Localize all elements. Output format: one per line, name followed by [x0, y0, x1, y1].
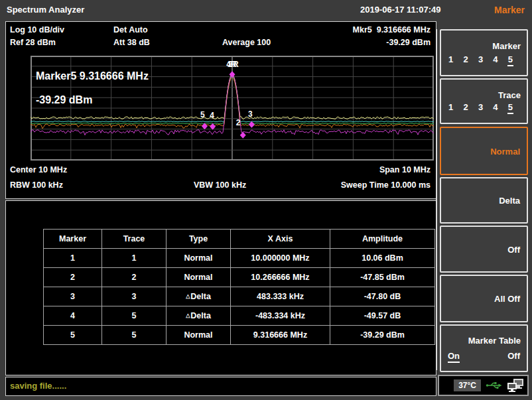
marker-overlay-freq: Marker5 9.316666 MHz: [36, 70, 149, 82]
softkey-delta-label: Delta: [499, 196, 520, 206]
marker-table-cell: 3: [44, 287, 102, 306]
softkey-normal[interactable]: Normal: [440, 127, 528, 175]
marker-table-cell: 5: [44, 326, 102, 345]
trace-option-3[interactable]: 3: [478, 102, 484, 114]
marker-table-cell: 10.266666 MHz: [231, 268, 330, 287]
spectrum-analyzer-screen: Spectrum Analyzer 2019-06-17 11:07:49 Ma…: [0, 0, 532, 400]
sweep-time: Sweep Time 10.000 ms: [341, 180, 431, 190]
attenuation-setting: Att 38 dB: [113, 38, 150, 47]
marker-overlay-amp: -39.29 dBm: [36, 94, 92, 106]
marker-table-header-marker: Marker: [44, 230, 102, 249]
marker-table-row: 11Normal10.000000 MHz10.06 dBm: [44, 249, 435, 268]
trace-option-4[interactable]: 4: [492, 102, 498, 114]
marker-table-cell: -47.85 dBm: [330, 268, 435, 287]
marker-option-1[interactable]: 1: [448, 54, 454, 66]
trace-number-row: 12345: [448, 102, 513, 114]
marker-table-cell: 2: [44, 268, 102, 287]
softkey-trace-select[interactable]: Trace 12345: [440, 78, 528, 124]
softkey-normal-label: Normal: [490, 146, 520, 156]
datetime: 2019-06-17 11:07:49: [360, 5, 440, 15]
marker-table-off-option[interactable]: Off: [507, 351, 520, 363]
marker-readout: Mkr5 9.316666 MHz: [353, 25, 431, 34]
marker-option-4[interactable]: 4: [492, 54, 498, 66]
marker-number-row: 12345: [448, 54, 513, 66]
span: Span 10 MHz: [379, 165, 431, 174]
marker-table-cell: 10.06 dBm: [330, 249, 435, 268]
softkey-marker-table[interactable]: Marker Table On Off: [440, 324, 528, 372]
marker-table-toggle-row: On Off: [448, 351, 520, 363]
status-message: saving file......: [10, 381, 66, 391]
marker-label: 5: [200, 110, 205, 119]
marker-table-cell: △Delta: [166, 287, 231, 306]
marker-table-cell: 1: [44, 249, 102, 268]
marker-table-row: 22Normal10.266666 MHz-47.85 dBm: [44, 268, 435, 287]
system-status-box: 37°C: [438, 375, 529, 396]
softkey-all-off-label: All Off: [494, 294, 520, 304]
marker-table-cell: 5: [102, 306, 166, 326]
marker-table: MarkerTraceTypeX AxisAmplitude11Normal10…: [43, 229, 435, 345]
marker-table-cell: -47.80 dB: [330, 287, 435, 306]
marker-table-cell: 9.316666 MHz: [231, 326, 330, 345]
center-frequency: Center 10 MHz: [10, 165, 67, 174]
marker-table-cell: Normal: [166, 326, 231, 345]
marker-table-header-amplitude: Amplitude: [330, 230, 435, 249]
spectrum-chart: Marker5 9.316666 MHz -39.29 dBm 4R3R1234…: [31, 56, 434, 161]
temperature-badge: 37°C: [454, 379, 481, 391]
softkey-marker-select[interactable]: Marker 12345: [440, 29, 528, 76]
marker-label: 3: [248, 109, 253, 119]
detector-setting: Det Auto: [113, 25, 148, 34]
softkey-delta[interactable]: Delta: [440, 177, 528, 224]
average-setting: Average 100: [222, 38, 271, 47]
marker-diamond: [240, 132, 246, 139]
marker-table-header-trace: Trace: [102, 230, 166, 249]
marker-table-cell: 1: [102, 249, 166, 268]
marker-table-header-row: MarkerTraceTypeX AxisAmplitude: [44, 230, 435, 249]
softkey-off-label: Off: [507, 244, 520, 254]
marker-table-row: 55Normal9.316666 MHz-39.29 dBm: [44, 326, 435, 345]
softkey-all-off[interactable]: All Off: [440, 275, 528, 322]
scale-setting: Log 10 dB/div: [10, 25, 64, 34]
status-bar: saving file......: [5, 377, 436, 396]
marker-table-header-x-axis: X Axis: [231, 230, 330, 249]
vbw: VBW 100 kHz: [194, 180, 246, 190]
marker-table-cell: -49.57 dB: [330, 306, 435, 326]
marker-option-5[interactable]: 5: [507, 54, 513, 66]
rbw: RBW 100 kHz: [10, 180, 63, 190]
marker-table-on-option[interactable]: On: [448, 351, 460, 363]
marker-table-row: 33△Delta483.333 kHz-47.80 dB: [44, 287, 435, 306]
softkey-marker-table-title: Marker Table: [468, 336, 521, 346]
marker-table-cell: 10.000000 MHz: [231, 249, 330, 268]
marker-option-3[interactable]: 3: [478, 54, 484, 66]
marker-table-cell: -483.334 kHz: [231, 306, 330, 326]
marker-table-cell: Normal: [166, 268, 231, 287]
trace-option-1[interactable]: 1: [448, 102, 454, 114]
active-menu-title: Marker: [494, 5, 525, 15]
softkey-off[interactable]: Off: [440, 226, 528, 273]
marker-table-cell: Normal: [166, 249, 231, 268]
marker-table-cell: 3: [102, 287, 166, 306]
usb-icon: [486, 381, 502, 390]
amplitude-readout: -39.29 dBm: [386, 38, 431, 47]
softkey-marker-title: Marker: [492, 41, 521, 51]
marker-option-2[interactable]: 2: [462, 54, 468, 66]
measurement-panel: Log 10 dB/div Det Auto Mkr5 9.316666 MHz…: [5, 21, 436, 199]
marker-label: 4: [210, 111, 214, 120]
marker-table-cell: -39.29 dBm: [330, 326, 435, 345]
app-title: Spectrum Analyzer: [7, 5, 84, 15]
sidebar-divider: [436, 29, 437, 370]
trace-option-5[interactable]: 5: [507, 102, 513, 114]
marker-table-cell: 4: [44, 306, 102, 326]
marker-diamond: [249, 121, 255, 128]
marker-table-row: 45△Delta-483.334 kHz-49.57 dB: [44, 306, 435, 326]
marker-table-header-type: Type: [166, 230, 231, 249]
trace-option-2[interactable]: 2: [462, 102, 468, 114]
marker-table-panel: MarkerTraceTypeX AxisAmplitude11Normal10…: [5, 200, 436, 375]
marker-table-cell: 2: [102, 268, 166, 287]
marker-table-cell: △Delta: [166, 306, 231, 326]
softkey-trace-title: Trace: [498, 90, 521, 100]
network-computers-icon: [507, 378, 524, 393]
marker-table-cell: 5: [102, 326, 166, 345]
ref-level-setting: Ref 28 dBm: [10, 38, 56, 47]
marker-diamond: [202, 123, 208, 129]
marker-table-cell: 483.333 kHz: [231, 287, 330, 306]
